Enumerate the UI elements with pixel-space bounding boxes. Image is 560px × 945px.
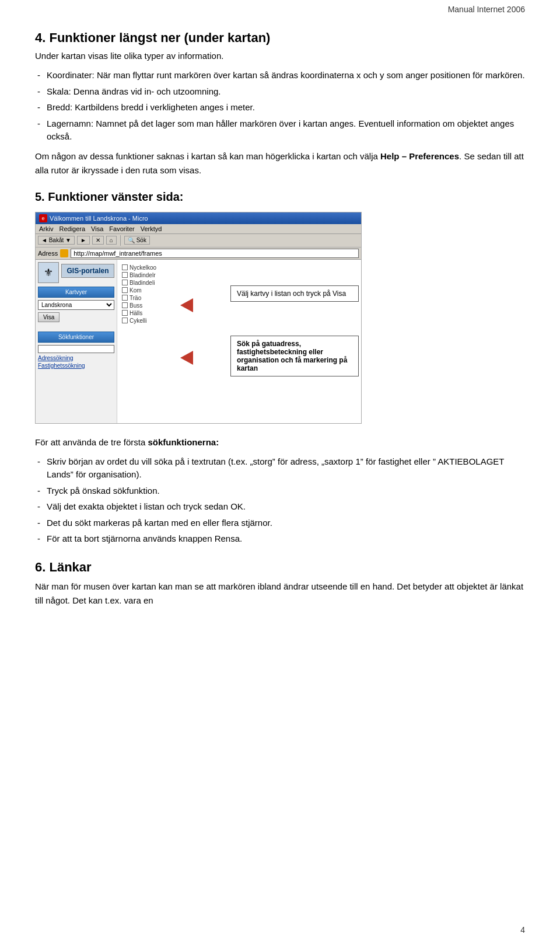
checkbox[interactable] bbox=[122, 295, 128, 301]
menu-redigera[interactable]: Redigera bbox=[59, 225, 85, 232]
checklist-item: Nyckelkoo bbox=[122, 264, 359, 271]
search-button[interactable]: 🔍 Sök bbox=[124, 236, 150, 245]
coat-icon: ⚜ bbox=[44, 266, 53, 279]
section4-para1-text: Om någon av dessa funktioner saknas i ka… bbox=[35, 151, 380, 161]
menu-visa[interactable]: Visa bbox=[91, 225, 103, 232]
left-panel: ⚜ GIS-portalen Kartvyer Landskrona Visa … bbox=[36, 260, 117, 423]
section5-bullet-item: Det du sökt markeras på kartan med en el… bbox=[35, 517, 525, 530]
item-label: Hälls bbox=[130, 310, 142, 316]
browser-screenshot: e Välkommen till Landskrona - Micro Arki… bbox=[35, 212, 362, 424]
checkbox[interactable] bbox=[122, 264, 128, 270]
checkbox[interactable] bbox=[122, 318, 128, 323]
section6-para: När man för musen över kartan kan man se… bbox=[35, 580, 525, 608]
checklist-item: Cykelli bbox=[122, 318, 359, 324]
checklist-item: Buss bbox=[122, 302, 359, 309]
section5-intro-bold: sökfunktionerna: bbox=[148, 437, 219, 447]
bot-callout-text: Sök på gatuadress, fastighetsbeteckning … bbox=[237, 340, 347, 372]
bot-arrow-container bbox=[180, 351, 193, 365]
section4-bullets: Koordinater: När man flyttar runt markör… bbox=[35, 69, 525, 144]
bullet-item: Koordinater: När man flyttar runt markör… bbox=[35, 69, 525, 82]
browser-icon: e bbox=[39, 214, 47, 222]
item-label: Bladindelr bbox=[130, 272, 155, 278]
section4-title: 4. Funktioner längst ner (under kartan) bbox=[35, 30, 525, 46]
bullet-item: Bredd: Kartbildens bredd i verkligheten … bbox=[35, 101, 525, 114]
checkbox[interactable] bbox=[122, 280, 128, 285]
bot-callout-arrow bbox=[180, 351, 193, 365]
page-number: 4 bbox=[520, 925, 525, 934]
checklist-item: Hälls bbox=[122, 310, 359, 316]
section4-para1: Om någon av dessa funktioner saknas i ka… bbox=[35, 149, 525, 177]
section5-title: 5. Funktioner vänster sida: bbox=[35, 190, 525, 204]
section5-bullets: Skriv början av ordet du vill söka på i … bbox=[35, 455, 525, 546]
section4-para1-bold: Help – Preferences bbox=[380, 151, 459, 161]
item-label: Nyckelkoo bbox=[130, 264, 156, 271]
menu-favoriter[interactable]: Favoriter bbox=[109, 225, 134, 232]
browser-toolbar: ◄ Bakåt ▼ ► ✕ ⌂ 🔍 Sök bbox=[36, 234, 361, 247]
browser-menubar: Arkiv Redigera Visa Favoriter Verktyd bbox=[36, 224, 361, 234]
browser-titlebar-text: Välkommen till Landskrona - Micro bbox=[50, 215, 148, 222]
top-callout-text: Välj kartvy i listan och tryck på Visa bbox=[237, 290, 346, 298]
bot-callout-box: Sök på gatuadress, fastighetsbeteckning … bbox=[230, 336, 359, 376]
back-button[interactable]: ◄ Bakåt ▼ bbox=[38, 236, 75, 245]
top-callout-box: Välj kartvy i listan och tryck på Visa bbox=[230, 285, 359, 302]
item-label: Buss bbox=[130, 302, 142, 309]
section6-title: 6. Länkar bbox=[35, 560, 525, 575]
section4-subtitle: Under kartan visas lite olika typer av i… bbox=[35, 49, 525, 63]
top-callout-arrow bbox=[180, 298, 193, 312]
item-label: Kom bbox=[130, 287, 142, 294]
section5-bullet-item: För att ta bort stjärnorna används knapp… bbox=[35, 532, 525, 546]
right-panel: Nyckelkoo Bladindelr Bladindeli Kom bbox=[117, 260, 361, 423]
toolbar-separator bbox=[120, 235, 121, 246]
bullet-item: Skala: Denna ändras vid in- och utzoomni… bbox=[35, 85, 525, 99]
home-button[interactable]: ⌂ bbox=[106, 236, 117, 245]
forward-button[interactable]: ► bbox=[77, 236, 90, 245]
menu-arkiv[interactable]: Arkiv bbox=[39, 225, 53, 232]
section5-intro-para: För att använda de tre första sökfunktio… bbox=[35, 435, 525, 449]
item-label: Cykelli bbox=[130, 318, 146, 324]
checkbox[interactable] bbox=[122, 287, 128, 293]
section5-bullet-item: Välj det exakta objektet i listan och tr… bbox=[35, 500, 525, 514]
coat-of-arms: ⚜ bbox=[38, 262, 59, 283]
kartvy-select[interactable]: Landskrona bbox=[38, 300, 114, 310]
top-arrow-container bbox=[180, 298, 193, 312]
adressokning-link[interactable]: Adressökning bbox=[38, 355, 114, 361]
checkbox[interactable] bbox=[122, 310, 128, 316]
browser-body: ⚜ GIS-portalen Kartvyer Landskrona Visa … bbox=[36, 260, 361, 423]
header-title: Manual Internet 2006 bbox=[448, 5, 525, 14]
checkbox[interactable] bbox=[122, 302, 128, 308]
kartvyer-button[interactable]: Kartvyer bbox=[38, 287, 114, 298]
bullet-item: Lagernamn: Namnet på det lager som man h… bbox=[35, 117, 525, 144]
item-label: Träo bbox=[130, 295, 141, 301]
address-label: Adress bbox=[38, 250, 58, 257]
address-input[interactable] bbox=[71, 249, 359, 258]
section5-bullet-item: Skriv början av ordet du vill söka på i … bbox=[35, 455, 525, 482]
menu-verktyg[interactable]: Verktyd bbox=[141, 225, 162, 232]
section5-intro-text: För att använda de tre första bbox=[35, 437, 148, 447]
section5-bullet-item: Tryck på önskad sökfunktion. bbox=[35, 484, 525, 498]
checkbox[interactable] bbox=[122, 272, 128, 278]
sokfunktioner-button[interactable]: Sökfunktioner bbox=[38, 332, 114, 343]
search-field[interactable] bbox=[38, 345, 114, 353]
address-icon bbox=[60, 249, 68, 257]
logo-area: ⚜ GIS-portalen bbox=[38, 262, 114, 283]
fastighetsokning-link[interactable]: Fastighetssökning bbox=[38, 362, 114, 369]
page-header: Manual Internet 2006 bbox=[35, 0, 525, 20]
checklist-item: Bladindelr bbox=[122, 272, 359, 278]
address-bar: Adress bbox=[36, 247, 361, 260]
item-label: Bladindeli bbox=[130, 280, 155, 286]
gis-logo: GIS-portalen bbox=[61, 264, 114, 278]
browser-titlebar: e Välkommen till Landskrona - Micro bbox=[36, 212, 361, 224]
visa-button[interactable]: Visa bbox=[38, 312, 60, 322]
stop-button[interactable]: ✕ bbox=[92, 236, 104, 245]
page: Manual Internet 2006 4. Funktioner längs… bbox=[0, 0, 560, 945]
